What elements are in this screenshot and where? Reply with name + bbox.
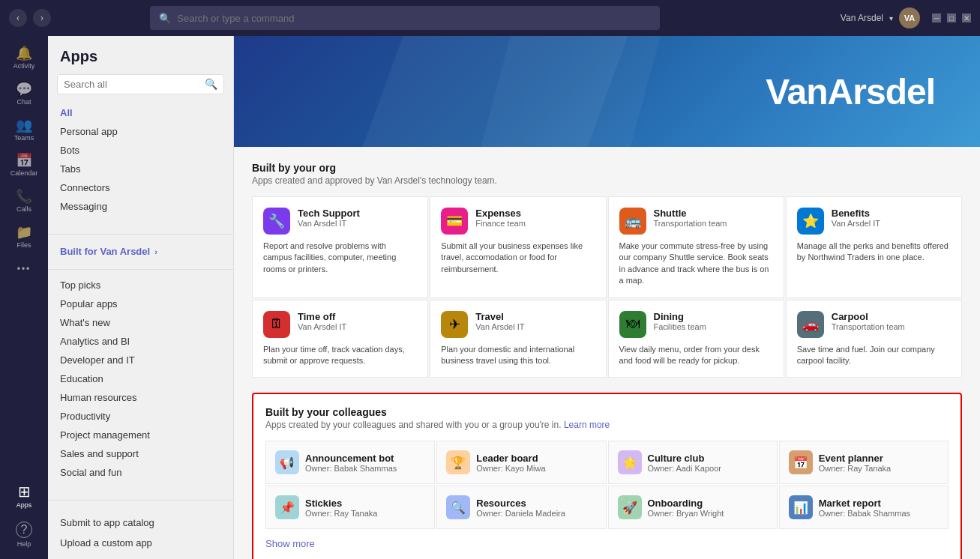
colleague-card-market-report[interactable]: 📊 Market report Owner: Babak Shammas <box>779 486 949 529</box>
app-name: Dining <box>654 311 706 322</box>
app-desc: Save time and fuel. Join our company car… <box>797 344 951 367</box>
colleague-card-stickies[interactable]: 📌 Stickies Owner: Ray Tanaka <box>265 486 435 529</box>
colleague-name: Resources <box>476 498 565 509</box>
built-by-colleagues-section: Built by your colleagues Apps created by… <box>252 393 962 559</box>
nav-top-picks[interactable]: Top picks <box>48 276 233 294</box>
nav-sales[interactable]: Sales and support <box>48 444 233 463</box>
app-card-expenses[interactable]: 💳 Expenses Finance team Submit all your … <box>430 196 606 298</box>
nav-top-section: All Personal app Bots Tabs Connectors Me… <box>48 103 233 216</box>
app-card-tech-support[interactable]: 🔧 Tech Support Van Arsdel IT Report and … <box>252 196 428 298</box>
colleagues-subtitle: Apps created by your colleagues and shar… <box>265 420 949 430</box>
nav-productivity[interactable]: Productivity <box>48 407 233 426</box>
app-body: 🔔 Activity 💬 Chat 👥 Teams 📅 Calendar 📞 C… <box>0 36 980 559</box>
app-card-time-off[interactable]: 🗓 Time off Van Arsdel IT Plan your time … <box>252 300 428 378</box>
app-card-travel[interactable]: ✈ Travel Van Arsdel IT Plan your domesti… <box>430 300 606 378</box>
sidebar-item-apps[interactable]: ⊞ Apps <box>4 480 43 514</box>
built-for-section[interactable]: Built for Van Arsdel › <box>48 240 233 263</box>
colleague-owner: Owner: Aadi Kapoor <box>648 464 721 473</box>
apps-search-input[interactable] <box>64 79 205 90</box>
hero-logo-bold: Arsdel <box>828 72 935 112</box>
files-icon: 📁 <box>16 226 32 239</box>
colleague-card-culture[interactable]: 🌟 Culture club Owner: Aadi Kapoor <box>608 441 778 484</box>
market-report-icon: 📊 <box>789 495 813 519</box>
show-more-link[interactable]: Show more <box>265 538 315 549</box>
app-name: Travel <box>475 311 524 322</box>
command-search-input[interactable] <box>177 13 651 24</box>
help-icon: ? <box>16 522 32 538</box>
user-name: Van Arsdel <box>841 13 883 23</box>
app-team: Van Arsdel IT <box>475 322 524 331</box>
close-button[interactable]: ✕ <box>962 13 971 22</box>
sidebar-item-calendar[interactable]: 📅 Calendar <box>4 149 43 182</box>
divider3 <box>48 500 233 501</box>
nav-developer[interactable]: Developer and IT <box>48 351 233 369</box>
sidebar-item-files[interactable]: 📁 Files <box>4 221 43 254</box>
stickies-icon: 📌 <box>275 495 299 519</box>
app-desc: Plan your domestic and international bus… <box>441 344 595 367</box>
sidebar-item-help[interactable]: ? Help <box>4 517 43 553</box>
learn-more-link[interactable]: Learn more <box>564 420 610 430</box>
nav-education[interactable]: Education <box>48 369 233 388</box>
onboarding-icon: 🚀 <box>618 495 642 519</box>
command-search-bar[interactable]: 🔍 <box>150 6 660 30</box>
time-off-icon: 🗓 <box>263 311 290 338</box>
nav-all[interactable]: All <box>48 103 233 122</box>
culture-club-icon: 🌟 <box>618 450 642 474</box>
submit-catalog-link[interactable]: Submit to app catalog <box>48 513 233 533</box>
nav-personal-app[interactable]: Personal app <box>48 122 233 141</box>
sidebar-item-activity[interactable]: 🔔 Activity <box>4 42 43 75</box>
app-desc: Report and resolve problems with campus … <box>263 241 417 275</box>
app-card-shuttle[interactable]: 🚌 Shuttle Transportation team Make your … <box>608 196 784 298</box>
nav-tabs[interactable]: Tabs <box>48 160 233 178</box>
nav-messaging[interactable]: Messaging <box>48 197 233 216</box>
nav-connectors[interactable]: Connectors <box>48 178 233 197</box>
maximize-button[interactable]: □ <box>947 13 956 22</box>
sidebar-item-chat[interactable]: 💬 Chat <box>4 78 43 111</box>
colleague-name: Announcement bot <box>305 453 397 464</box>
teams-icon: 👥 <box>16 118 32 132</box>
colleague-card-onboarding[interactable]: 🚀 Onboarding Owner: Bryan Wright <box>608 486 778 529</box>
minimize-button[interactable]: ─ <box>932 13 941 22</box>
app-team: Transportation team <box>654 219 727 228</box>
apps-icon: ⊞ <box>18 484 31 499</box>
upload-custom-link[interactable]: Upload a custom app <box>48 533 233 553</box>
nav-whats-new[interactable]: What's new <box>48 313 233 332</box>
search-icon: 🔍 <box>159 13 171 24</box>
back-button[interactable]: ‹ <box>9 9 27 27</box>
app-card-carpool[interactable]: 🚗 Carpool Transportation team Save time … <box>786 300 962 378</box>
hero-logo-text: Van <box>766 72 827 112</box>
nav-categories-section: Top picks Popular apps What's new Analyt… <box>48 276 233 482</box>
app-card-dining[interactable]: 🍽 Dining Facilities team View daily menu… <box>608 300 784 378</box>
nav-popular[interactable]: Popular apps <box>48 294 233 313</box>
divider <box>48 234 233 235</box>
calls-icon: 📞 <box>16 190 32 203</box>
resources-icon: 🔍 <box>446 495 470 519</box>
colleague-card-resources[interactable]: 🔍 Resources Owner: Daniela Madeira <box>436 486 606 529</box>
colleague-card-event[interactable]: 📅 Event planner Owner: Ray Tanaka <box>779 441 949 484</box>
app-team: Finance team <box>475 219 526 228</box>
colleague-card-leaderboard[interactable]: 🏆 Leader board Owner: Kayo Miwa <box>436 441 606 484</box>
colleague-name: Onboarding <box>648 498 724 509</box>
nav-analytics[interactable]: Analytics and BI <box>48 332 233 351</box>
app-card-benefits[interactable]: ⭐ Benefits Van Arsdel IT Manage all the … <box>786 196 962 298</box>
colleague-name: Market report <box>819 498 910 509</box>
app-team: Facilities team <box>654 322 706 331</box>
announcement-bot-icon: 📢 <box>275 450 299 474</box>
app-desc: Plan your time off, track vacation days,… <box>263 344 417 367</box>
leader-board-icon: 🏆 <box>446 450 470 474</box>
app-desc: Submit all your business expenses like t… <box>441 241 595 275</box>
colleague-owner: Owner: Babak Shammas <box>305 464 397 473</box>
apps-search-box[interactable]: 🔍 <box>57 74 224 94</box>
sidebar-item-teams[interactable]: 👥 Teams <box>4 114 43 147</box>
built-by-org-section: Built by your org Apps created and appro… <box>252 162 962 378</box>
nav-bots[interactable]: Bots <box>48 141 233 160</box>
sidebar-item-more[interactable]: ••• <box>4 260 43 278</box>
nav-hr[interactable]: Human resources <box>48 388 233 407</box>
forward-button[interactable]: › <box>33 9 51 27</box>
avatar[interactable]: VA <box>899 7 920 28</box>
nav-project[interactable]: Project management <box>48 426 233 444</box>
colleague-card-announcement[interactable]: 📢 Announcement bot Owner: Babak Shammas <box>265 441 435 484</box>
nav-social[interactable]: Social and fun <box>48 463 233 482</box>
sidebar-item-calls[interactable]: 📞 Calls <box>4 185 43 218</box>
built-by-org-title: Built by your org <box>252 162 962 174</box>
